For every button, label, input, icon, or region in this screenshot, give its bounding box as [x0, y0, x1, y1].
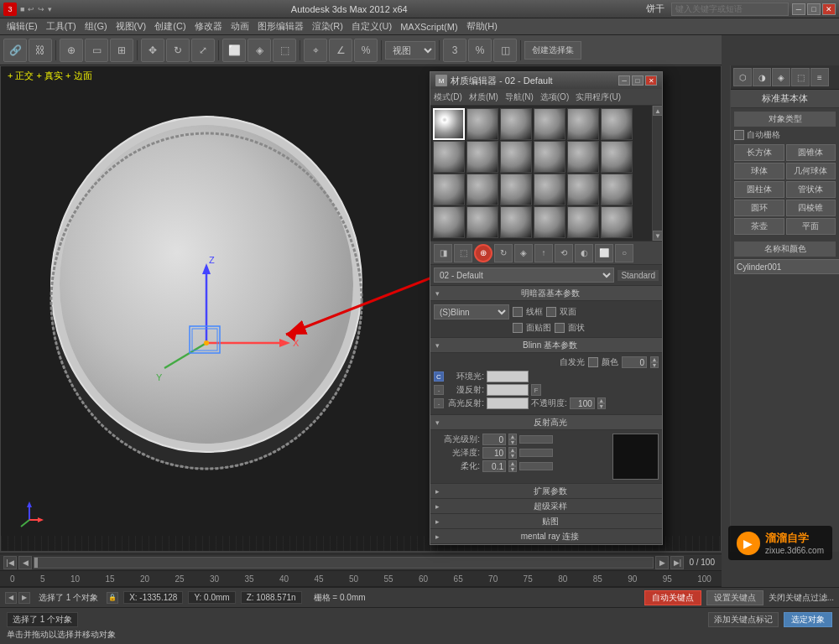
toolbar-btn-pct[interactable]: %: [468, 39, 492, 62]
gloss-level-slider[interactable]: [519, 435, 553, 444]
view-dropdown[interactable]: 视图: [385, 41, 435, 60]
shape-torus[interactable]: 圆环: [734, 200, 784, 216]
mat-sphere-15[interactable]: [500, 174, 532, 205]
mat-name-dropdown[interactable]: 02 - Default: [434, 267, 614, 283]
mat-scroll-down[interactable]: ▼: [653, 231, 663, 241]
soften-down[interactable]: ▼: [508, 466, 517, 472]
shape-cone[interactable]: 圆锥体: [786, 144, 836, 161]
glossiness-slider[interactable]: [519, 449, 553, 457]
diffuse-lock-icon[interactable]: -: [434, 385, 444, 395]
glossiness-up[interactable]: ▲: [508, 447, 517, 453]
shape-pyramid[interactable]: 四棱锥: [786, 200, 836, 216]
toolbar-btn-1[interactable]: ⬜: [222, 39, 246, 62]
mat-tb-btn-7[interactable]: ⟲: [555, 244, 573, 262]
menu-group[interactable]: 组(G): [81, 20, 111, 33]
end-frame-btn[interactable]: ▶|: [670, 556, 684, 569]
toolbar-btn-percent[interactable]: %: [354, 39, 378, 62]
pb-btn1[interactable]: ◀: [5, 592, 17, 604]
toolbar-btn-rect[interactable]: ▭: [85, 39, 108, 62]
diffuse-color-box[interactable]: [487, 384, 529, 396]
mat-sphere-20[interactable]: [466, 206, 498, 238]
mat-sphere-19[interactable]: [433, 206, 465, 238]
mat-tb-btn-9[interactable]: ⬜: [595, 244, 613, 262]
panel-btn-4[interactable]: ⬚: [791, 68, 810, 86]
lock-icon[interactable]: 🔒: [107, 592, 118, 604]
mat-scroll-track[interactable]: [653, 116, 662, 231]
expand-row-2[interactable]: ▸ 超级采样: [430, 499, 662, 514]
toolbar-btn-snap[interactable]: ⌖: [304, 39, 327, 62]
panel-btn-5[interactable]: ≡: [810, 68, 829, 86]
soften-up[interactable]: ▲: [508, 460, 517, 466]
shape-sphere[interactable]: 球体: [734, 163, 784, 179]
opacity-input[interactable]: [570, 397, 595, 409]
diffuse-map-btn[interactable]: F: [531, 384, 541, 396]
toolbar-btn-move[interactable]: ✥: [141, 39, 164, 62]
panel-btn-2[interactable]: ◑: [753, 68, 771, 86]
mat-sphere-8[interactable]: [466, 141, 498, 173]
maximize-button[interactable]: □: [807, 3, 821, 15]
mat-maximize-btn[interactable]: □: [632, 75, 644, 86]
shape-cylinder[interactable]: 圆柱体: [734, 181, 784, 198]
close-button[interactable]: ✕: [822, 3, 836, 15]
face-map-check[interactable]: [513, 323, 523, 333]
specular-color-box[interactable]: [487, 397, 529, 409]
mat-menu-nav[interactable]: 导航(N): [505, 91, 534, 103]
mat-tb-btn-4[interactable]: ↻: [494, 244, 513, 262]
mat-sphere-12[interactable]: [601, 141, 633, 173]
auto-grid-check[interactable]: [734, 130, 744, 140]
toolbar-btn-select[interactable]: ⊕: [60, 39, 83, 62]
mat-sphere-1[interactable]: [433, 108, 465, 140]
mat-sphere-6[interactable]: [601, 108, 633, 140]
toolbar-btn-3[interactable]: ⬚: [273, 39, 296, 62]
shader-section-header[interactable]: ▾ 明暗器基本参数: [430, 286, 662, 301]
faceted-check[interactable]: [555, 323, 565, 333]
all-action-btn[interactable]: 选定对象: [784, 612, 832, 627]
mat-sphere-11[interactable]: [567, 141, 599, 173]
mat-sphere-22[interactable]: [534, 206, 565, 238]
mat-tb-btn-10[interactable]: ○: [615, 244, 633, 262]
shape-geosphere[interactable]: 几何球体: [786, 163, 836, 179]
mat-menu-material[interactable]: 材质(M): [469, 91, 498, 103]
menu-maxscript[interactable]: MAXScript(M): [397, 22, 461, 32]
mat-menu-utilities[interactable]: 实用程序(U): [576, 91, 621, 103]
mat-tb-btn-2[interactable]: ⬚: [454, 244, 472, 262]
mat-scroll-up[interactable]: ▲: [653, 106, 663, 116]
menu-customize[interactable]: 自定义(U): [348, 20, 395, 33]
mat-sphere-14[interactable]: [466, 174, 498, 205]
mat-sphere-2[interactable]: [466, 108, 498, 140]
prev-frame-btn[interactable]: ◀: [18, 556, 32, 569]
expand-row-4[interactable]: ▸ mental ray 连接: [430, 529, 662, 544]
mat-menu-mode[interactable]: 模式(D): [434, 91, 462, 103]
named-sel-btn[interactable]: 创建选择集: [524, 41, 581, 60]
play-btn[interactable]: |◀: [3, 556, 17, 569]
mat-tb-btn-5[interactable]: ◈: [514, 244, 533, 262]
specular-lock-icon[interactable]: -: [434, 398, 444, 408]
set-key-btn[interactable]: 设置关键点: [706, 590, 763, 605]
mat-sphere-9[interactable]: [500, 141, 532, 173]
toolbar-btn-link[interactable]: 🔗: [3, 39, 27, 62]
toolbar-btn-angle[interactable]: ∠: [329, 39, 352, 62]
mat-sphere-10[interactable]: [534, 141, 565, 173]
ambient-lock-icon[interactable]: C: [434, 371, 444, 382]
opacity-down[interactable]: ▼: [597, 403, 606, 409]
menu-create[interactable]: 创建(C): [151, 20, 189, 33]
menu-help[interactable]: 帮助(H): [463, 20, 501, 33]
minimize-button[interactable]: ─: [792, 3, 805, 15]
toolbar-btn-rotate[interactable]: ↻: [166, 39, 190, 62]
mat-tb-btn-6[interactable]: ↑: [534, 244, 553, 262]
wire-check[interactable]: [513, 307, 523, 317]
shape-box[interactable]: 长方体: [734, 144, 784, 161]
mat-sphere-24[interactable]: [601, 206, 633, 238]
mat-sphere-21[interactable]: [500, 206, 532, 238]
glossiness-down[interactable]: ▼: [508, 453, 517, 459]
gloss-level-input[interactable]: [482, 434, 506, 445]
shape-tube[interactable]: 管状体: [786, 181, 836, 198]
mat-sphere-7[interactable]: [433, 141, 465, 173]
expand-row-1[interactable]: ▸ 扩展参数: [430, 484, 662, 499]
ambient-color-box[interactable]: [487, 371, 529, 382]
menu-graph-editor[interactable]: 图形编辑器: [254, 20, 307, 33]
expand-row-3[interactable]: ▸ 贴图: [430, 514, 662, 529]
auto-key-btn[interactable]: 自动关键点: [644, 590, 701, 605]
mat-tb-btn-assign[interactable]: ⊕: [474, 244, 492, 262]
toolbar-btn-3d[interactable]: 3: [443, 39, 466, 62]
